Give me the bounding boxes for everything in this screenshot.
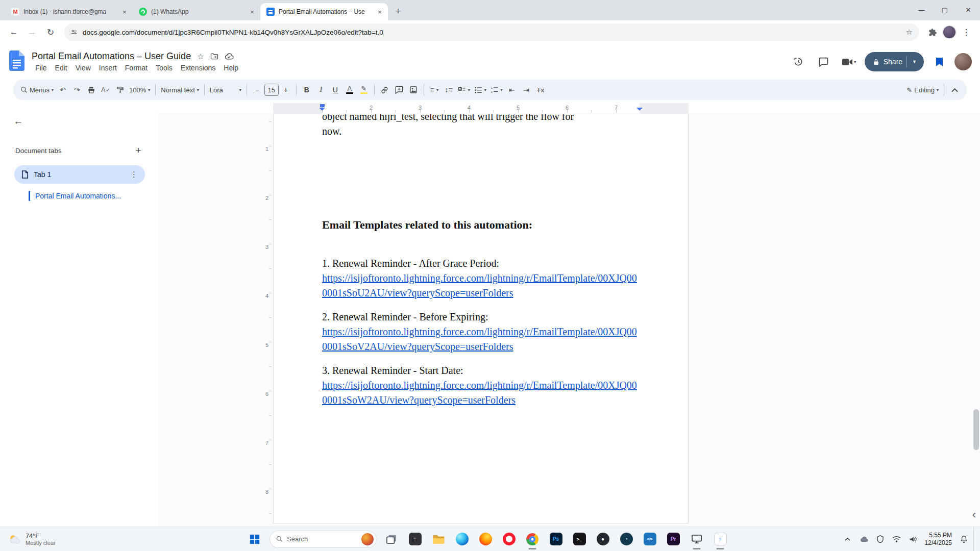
start-button[interactable] [244, 528, 265, 550]
first-line-indent-marker[interactable] [319, 108, 325, 114]
notes-app-icon[interactable]: ≡ [709, 528, 731, 550]
menu-edit[interactable]: Edit [52, 63, 71, 72]
paragraph-clipped[interactable]: object named hijri_test, selecting that … [322, 114, 640, 139]
show-desktop-button[interactable] [973, 527, 976, 551]
section-heading[interactable]: Email Templates related to this automati… [322, 217, 640, 233]
add-comment-button[interactable] [392, 83, 406, 97]
document-body[interactable]: object named hijri_test, selecting that … [322, 114, 640, 417]
redo-button[interactable]: ↷ [70, 83, 84, 97]
version-history-icon[interactable] [788, 52, 808, 72]
taskbar-search-input[interactable]: Search [270, 531, 377, 548]
bold-button[interactable]: B [300, 83, 314, 97]
obs-icon[interactable]: ◔ [616, 528, 637, 550]
line-spacing-button[interactable]: ↕≡ [442, 83, 456, 97]
chevron-left-icon[interactable]: ‹ [972, 509, 976, 520]
outline-item[interactable]: Portal Email Automations... [29, 191, 158, 201]
text-color-button[interactable]: A [342, 83, 357, 97]
font-size-decrease-button[interactable]: − [250, 83, 264, 97]
horizontal-ruler[interactable]: 1 2 3 4 5 6 7 [158, 103, 980, 114]
back-icon[interactable]: ← [5, 23, 22, 41]
document-page[interactable]: object named hijri_test, selecting that … [273, 114, 689, 523]
editing-mode-select[interactable]: ✎ Editing ▾ [904, 83, 941, 97]
increase-indent-button[interactable]: ⇥ [519, 83, 533, 97]
tab-close-icon[interactable]: × [120, 8, 129, 16]
underline-button[interactable]: U [328, 83, 342, 97]
security-shield-icon[interactable] [874, 532, 887, 547]
right-indent-marker[interactable] [636, 108, 643, 114]
new-tab-button[interactable]: + [391, 4, 405, 18]
onedrive-icon[interactable] [857, 532, 871, 547]
edge-icon[interactable] [451, 528, 473, 550]
forward-icon[interactable]: → [23, 23, 41, 41]
wifi-icon[interactable] [890, 532, 903, 547]
tab-close-icon[interactable]: × [376, 8, 384, 16]
browser-tab-docs[interactable]: Portal Email Automations – Use × [260, 3, 388, 20]
github-icon[interactable]: ● [592, 528, 614, 550]
insert-link-button[interactable] [378, 83, 392, 97]
menu-format[interactable]: Format [121, 63, 151, 72]
undo-button[interactable]: ↶ [56, 83, 70, 97]
address-bar[interactable]: docs.google.com/document/d/1jpc3R6Cmpii0… [64, 23, 919, 41]
align-button[interactable]: ≡▾ [427, 83, 442, 97]
email-template-entry[interactable]: 2. Renewal Reminder - Before Expiring: h… [322, 310, 640, 354]
cloud-saved-icon[interactable] [225, 53, 234, 60]
sidebar-back-button[interactable]: ← [8, 111, 29, 132]
document-title[interactable]: Portal Email Automations – User Guide [32, 51, 191, 62]
photoshop-icon[interactable]: Ps [545, 528, 567, 550]
entry-link[interactable]: https://isijoftoronto.lightning.force.co… [322, 378, 640, 408]
window-minimize-button[interactable]: — [910, 0, 933, 19]
firefox-icon[interactable] [475, 528, 496, 550]
menu-help[interactable]: Help [220, 63, 242, 72]
menu-insert[interactable]: Insert [95, 63, 120, 72]
bookmark-icon[interactable] [929, 52, 949, 72]
font-size-input[interactable]: 15 [264, 84, 279, 96]
menu-extensions[interactable]: Extensions [177, 63, 219, 72]
task-view-icon[interactable] [381, 528, 402, 550]
spellcheck-button[interactable]: A✓ [99, 83, 113, 97]
vertical-scrollbar-thumb[interactable] [973, 409, 979, 450]
entry-link[interactable]: https://isijoftoronto.lightning.force.co… [322, 324, 640, 354]
window-close-button[interactable]: ✕ [957, 0, 980, 19]
notepad-icon[interactable]: ≡ [404, 528, 426, 550]
meet-video-icon[interactable]: ▾ [839, 52, 860, 72]
weather-widget[interactable]: 74°F Mostly clear [5, 527, 59, 551]
font-size-increase-button[interactable]: + [279, 83, 293, 97]
account-avatar[interactable] [954, 53, 972, 70]
vertical-ruler[interactable]: 1 2 3 4 5 6 7 8 [260, 114, 272, 527]
premiere-icon[interactable]: Pr [663, 528, 684, 550]
numbered-list-button[interactable]: 12 ▾ [488, 83, 505, 97]
insert-image-button[interactable] [406, 83, 421, 97]
bulleted-list-button[interactable]: ▾ [472, 83, 488, 97]
font-select[interactable]: Lora▾ [208, 83, 243, 97]
menu-tools[interactable]: Tools [152, 63, 176, 72]
meet-caret-icon[interactable]: ▾ [854, 60, 856, 64]
highlight-color-button[interactable]: ✎ [357, 83, 371, 97]
notification-bell-icon[interactable] [957, 532, 970, 547]
comments-icon[interactable] [814, 52, 834, 72]
decrease-indent-button[interactable]: ⇤ [505, 83, 519, 97]
clear-formatting-button[interactable]: Tx [533, 83, 548, 97]
sidebar-item-tab1[interactable]: Tab 1 ⋮ [14, 165, 145, 184]
bookmark-star-icon[interactable]: ☆ [906, 28, 913, 37]
browser-tab-whatsapp[interactable]: (1) WhatsApp × [133, 3, 260, 20]
collapse-toolbar-button[interactable] [947, 83, 962, 97]
move-folder-icon[interactable] [210, 53, 218, 60]
chrome-icon[interactable] [522, 528, 543, 550]
menu-file[interactable]: File [32, 63, 51, 72]
tab-options-kebab-icon[interactable]: ⋮ [127, 170, 141, 179]
vscode-icon[interactable]: </> [639, 528, 660, 550]
share-button[interactable]: Share ▼ [865, 52, 924, 71]
site-info-icon[interactable] [70, 29, 78, 36]
opera-icon[interactable] [498, 528, 520, 550]
menu-view[interactable]: View [72, 63, 94, 72]
star-icon[interactable]: ☆ [197, 52, 204, 61]
volume-icon[interactable] [906, 532, 920, 547]
email-template-entry[interactable]: 3. Renewal Reminder - Start Date: https:… [322, 363, 640, 408]
italic-button[interactable]: I [314, 83, 328, 97]
window-maximize-button[interactable]: ▢ [933, 0, 957, 19]
zoom-select[interactable]: 100%▾ [127, 83, 152, 97]
left-indent-marker[interactable] [320, 104, 325, 107]
print-button[interactable] [84, 83, 99, 97]
entry-link[interactable]: https://isijoftoronto.lightning.force.co… [322, 271, 640, 300]
share-dropdown-icon[interactable]: ▼ [907, 59, 922, 64]
